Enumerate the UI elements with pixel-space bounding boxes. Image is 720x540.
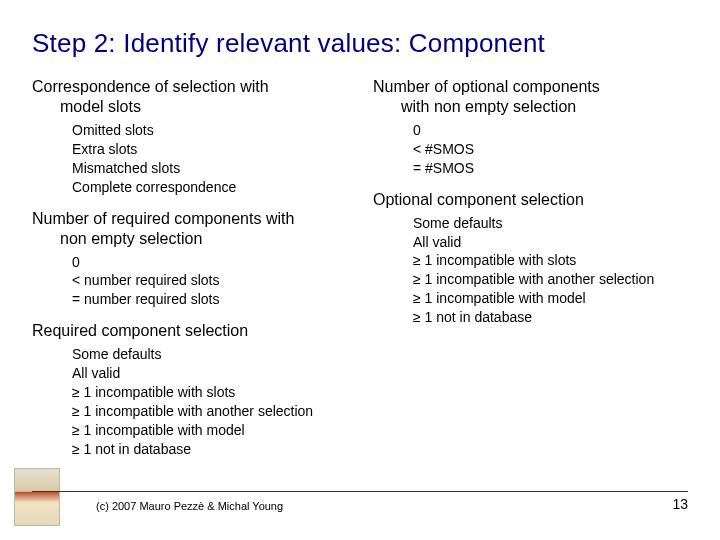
section-head-correspondence: Correspondence of selection with model s…: [32, 77, 347, 117]
list-item: Some defaults: [413, 214, 688, 233]
right-column: Number of optional components with non e…: [373, 77, 688, 471]
section-head-required-count: Number of required components with non e…: [32, 209, 347, 249]
items-required-count: 0 < number required slots = number requi…: [32, 253, 347, 310]
list-item-text: selection: [599, 271, 654, 287]
list-item: ≥ 1 incompatible with slots: [72, 383, 347, 402]
content-columns: Correspondence of selection with model s…: [32, 77, 688, 471]
list-item: ≥ 1 not in database: [72, 440, 347, 459]
list-item: All valid: [72, 364, 347, 383]
head-line: Number of required components with: [32, 210, 294, 227]
list-item: All valid: [413, 233, 688, 252]
list-item: Some defaults: [72, 345, 347, 364]
head-line: Required component selection: [32, 322, 248, 339]
footer-rule: [32, 491, 688, 492]
list-item: ≥ 1 not in database: [413, 308, 688, 327]
list-item: Extra slots: [72, 140, 347, 159]
left-column: Correspondence of selection with model s…: [32, 77, 347, 471]
head-line: Correspondence of selection with: [32, 78, 269, 95]
list-item: ≥ 1 incompatible with another selection: [413, 270, 688, 289]
section-head-required-selection: Required component selection: [32, 321, 347, 341]
list-item: Complete correspondence: [72, 178, 347, 197]
copyright-text: (c) 2007 Mauro Pezzè & Michal Young: [96, 500, 283, 512]
head-line: model slots: [32, 97, 347, 117]
list-item: ≥ 1 incompatible with model: [72, 421, 347, 440]
list-item: < #SMOS: [413, 140, 688, 159]
list-item: ≥ 1 incompatible with model: [413, 289, 688, 308]
list-item: 0: [413, 121, 688, 140]
footer: (c) 2007 Mauro Pezzè & Michal Young 13: [0, 491, 720, 512]
section-head-optional-count: Number of optional components with non e…: [373, 77, 688, 117]
head-line: non empty selection: [32, 229, 347, 249]
items-optional-selection: Some defaults All valid ≥ 1 incompatible…: [373, 214, 688, 327]
section-head-optional-selection: Optional component selection: [373, 190, 688, 210]
items-required-selection: Some defaults All valid ≥ 1 incompatible…: [32, 345, 347, 458]
list-item: = number required slots: [72, 290, 347, 309]
list-item-text: ≥ 1 incompatible with another: [413, 271, 595, 287]
list-item: ≥ 1 incompatible with slots: [413, 251, 688, 270]
list-item: ≥ 1 incompatible with another selection: [72, 402, 347, 421]
list-item: Omitted slots: [72, 121, 347, 140]
head-line: Number of optional components: [373, 78, 600, 95]
list-item: < number required slots: [72, 271, 347, 290]
slide-title: Step 2: Identify relevant values: Compon…: [32, 28, 688, 59]
items-correspondence: Omitted slots Extra slots Mismatched slo…: [32, 121, 347, 197]
head-line: with non empty selection: [373, 97, 688, 117]
head-line: Optional component selection: [373, 191, 584, 208]
list-item: 0: [72, 253, 347, 272]
list-item: Mismatched slots: [72, 159, 347, 178]
list-item: = #SMOS: [413, 159, 688, 178]
items-optional-count: 0 < #SMOS = #SMOS: [373, 121, 688, 178]
page-number: 13: [672, 496, 688, 512]
